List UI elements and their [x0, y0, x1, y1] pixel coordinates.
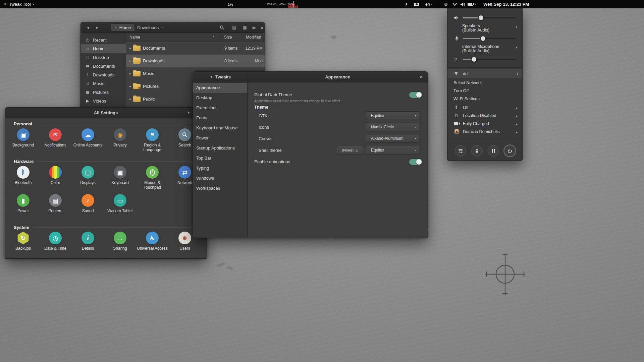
settings-item-wacom[interactable]: ▭ Wacom Tablet — [104, 194, 136, 213]
menu-item-turn-off[interactable]: Turn Off — [447, 87, 522, 95]
tab-windows[interactable]: Windows — [193, 173, 247, 183]
screenshot-indicator[interactable] — [414, 0, 419, 8]
menu-item-select-network[interactable]: Select Network — [447, 79, 522, 87]
column-name[interactable]: Name — [129, 35, 140, 40]
expander-icon[interactable]: ▶ — [129, 85, 131, 88]
sidebar-item-downloads[interactable]: ⇩ Downloads — [81, 70, 126, 79]
wifi-network-row[interactable]: dd ▾ — [447, 69, 522, 78]
tab-top-bar[interactable]: Top Bar — [193, 153, 247, 163]
volume-indicator[interactable] — [460, 0, 465, 8]
tab-appearance[interactable]: Appearance — [193, 83, 247, 93]
battery-row[interactable]: Fully Charged ▸ — [447, 120, 522, 128]
settings-titlebar[interactable]: All Settings ✦ — [5, 108, 207, 118]
expander-icon[interactable]: ▶ — [129, 60, 131, 62]
settings-item-color[interactable]: Color — [39, 166, 71, 185]
file-row-downloads[interactable]: ▶ ↓ Downloads 8 items Mon — [126, 55, 265, 67]
tab-desktop[interactable]: Desktop — [193, 93, 247, 103]
breadcrumb-downloads[interactable]: Downloads — [134, 23, 162, 32]
sidebar-item-videos[interactable]: ▶ Videos — [81, 97, 126, 105]
settings-item-sound[interactable]: ♪ Sound — [72, 194, 104, 213]
microphone-slider[interactable] — [463, 38, 516, 39]
column-modified[interactable]: Modified — [242, 35, 261, 40]
microphone-knob[interactable] — [480, 36, 486, 41]
expander-icon[interactable]: ▶ — [129, 98, 131, 101]
expander-icon[interactable]: ▶ — [129, 47, 131, 50]
list-view-button[interactable]: ▤ — [230, 24, 238, 31]
sidebar-item-music[interactable]: ♫ Music — [81, 79, 126, 88]
settings-item-region-language[interactable]: ⚑ Region & Language — [136, 128, 168, 152]
search-button[interactable] — [218, 24, 226, 31]
cpu-indicator[interactable]: 1% — [228, 0, 233, 8]
tab-fonts[interactable]: Fonts — [193, 113, 247, 123]
tab-workspaces[interactable]: Workspaces — [193, 183, 247, 193]
sidebar-item-desktop[interactable]: ▢ Desktop — [81, 53, 126, 62]
settings-button[interactable] — [455, 145, 466, 157]
user-row[interactable]: ☻ Domizio Demichelis ▸ — [447, 128, 522, 136]
battery-indicator[interactable]: ▾ — [468, 0, 476, 8]
menu-item-wifi-settings[interactable]: Wi-Fi Settings — [447, 95, 522, 103]
network-proxy-indicator[interactable]: ⊕ — [444, 0, 448, 8]
settings-item-printers[interactable]: ▤ Printers — [39, 194, 71, 213]
keyboard-layout-indicator[interactable]: en ▾ — [425, 0, 432, 8]
power-button[interactable] — [504, 145, 516, 157]
lock-button[interactable] — [471, 145, 483, 157]
tab-startup-applications[interactable]: Startup Applications — [193, 143, 247, 153]
back-button[interactable]: ◂ — [84, 24, 92, 31]
settings-item-notifications[interactable]: ✉ Notifications — [39, 128, 71, 147]
settings-item-mouse-touchpad[interactable]: Mouse & Touchpad — [136, 166, 168, 190]
cursor-theme-dropdown[interactable]: Alkano-Aluminium ▾ — [366, 134, 420, 143]
tab-keyboard-mouse[interactable]: Keyboard and Mouse — [193, 123, 247, 133]
settings-item-universal-access[interactable]: ♿ Universal Access — [136, 232, 168, 251]
settings-item-displays[interactable]: ▢ Displays — [72, 166, 104, 185]
column-size[interactable]: Size — [220, 35, 232, 40]
file-row-documents[interactable]: ▶ Documents 9 items 12:19 PM — [126, 42, 265, 55]
files-titlebar[interactable]: ◂ ▸ ⌂ Home Downloads ▸ ▤ ▦ ☰ × — [81, 22, 265, 33]
suspend-button[interactable] — [488, 145, 499, 157]
app-menu[interactable]: ✳ Tweak Tool ▾ — [3, 0, 34, 8]
sidebar-item-pictures[interactable]: ▦ Pictures — [81, 88, 126, 97]
shell-theme-dropdown[interactable]: Equilux ▾ — [366, 146, 420, 155]
breadcrumb-home[interactable]: ⌂ Home — [111, 23, 135, 32]
tray-plane-indicator[interactable]: ✈ — [405, 0, 408, 8]
sidebar-item-home[interactable]: ⌂ Home — [81, 44, 126, 53]
forward-button[interactable]: ▸ — [94, 24, 101, 31]
settings-item-details[interactable]: i Details — [72, 232, 104, 251]
location-row[interactable]: ◎ Location Disabled ▸ — [447, 112, 522, 120]
global-dark-theme-toggle[interactable] — [409, 92, 422, 98]
tab-power[interactable]: Power — [193, 133, 247, 143]
shell-theme-none-button[interactable]: (None) ⚠ — [337, 146, 363, 155]
grid-view-button[interactable]: ▦ — [241, 24, 249, 31]
settings-item-privacy[interactable]: ◉ Privacy — [104, 128, 136, 147]
settings-item-keyboard[interactable]: ▦ Keyboard — [104, 166, 136, 185]
bluetooth-row[interactable]: ᛒ Off ▸ — [447, 104, 522, 112]
tweaks-panel-titlebar[interactable]: Appearance × — [248, 72, 428, 82]
settings-item-bluetooth[interactable]: ᛒ Bluetooth — [7, 166, 39, 185]
gtk-theme-dropdown[interactable]: Equilux ▾ — [366, 111, 420, 120]
sidebar-item-documents[interactable]: ▤ Documents — [81, 62, 126, 70]
compass-icon[interactable]: ✦ — [187, 110, 191, 115]
close-button[interactable]: × — [258, 24, 266, 31]
settings-item-date-time[interactable]: ◷ Date & Time — [39, 232, 71, 251]
settings-item-backups[interactable]: ↻ Backups — [7, 232, 39, 251]
expander-icon[interactable]: ▶ — [129, 72, 131, 75]
close-button[interactable]: × — [420, 74, 423, 80]
settings-item-power[interactable]: ▮ Power — [7, 194, 39, 213]
settings-item-online-accounts[interactable]: ☁ Online Accounts — [72, 128, 104, 147]
icon-theme-dropdown[interactable]: Numix-Circle ▾ — [366, 123, 420, 131]
brightness-knob[interactable] — [471, 57, 477, 62]
volume-knob[interactable] — [478, 15, 484, 20]
enable-animations-toggle[interactable] — [409, 159, 422, 165]
volume-slider[interactable] — [463, 17, 516, 18]
tweaks-sidebar-header[interactable]: ✦ Tweaks — [193, 72, 247, 82]
clock-indicator[interactable]: Wed Sep 13, 12:23 PM — [483, 0, 529, 8]
tab-extensions[interactable]: Extensions — [193, 103, 247, 113]
menu-button[interactable]: ☰ — [250, 24, 258, 31]
settings-item-background[interactable]: ▣ Background — [7, 128, 39, 147]
submenu-arrow-icon[interactable]: ▸ — [516, 46, 518, 49]
settings-item-sharing[interactable]: ∴ Sharing — [104, 232, 136, 251]
tab-typing[interactable]: Typing — [193, 163, 247, 173]
brightness-slider[interactable] — [463, 59, 516, 60]
wifi-indicator[interactable] — [452, 0, 458, 8]
submenu-arrow-icon[interactable]: ▸ — [516, 25, 518, 28]
sidebar-item-recent[interactable]: ◷ Recent — [81, 36, 126, 44]
